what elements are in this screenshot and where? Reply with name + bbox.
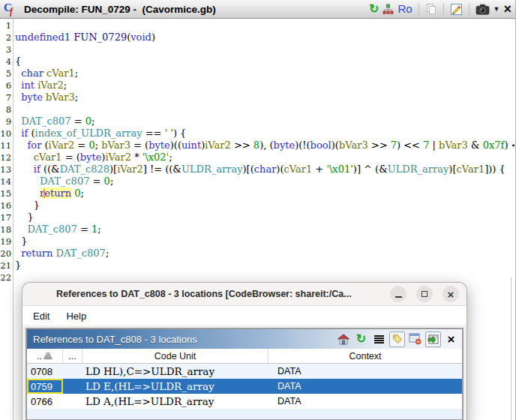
line-number: 21: [0, 260, 11, 272]
code-line: {: [15, 56, 514, 68]
code-line: undefined1 FUN_0729(void): [15, 32, 514, 44]
code-line: [15, 20, 514, 32]
cell-context[interactable]: DATA: [268, 396, 462, 406]
table-row[interactable]: 0766LD A,(HL=>ULDR_arrayDATA: [27, 394, 462, 409]
line-number: 8: [0, 104, 11, 116]
line-number: 5: [0, 68, 11, 80]
code-line: if ((&DAT_c828)[iVar2] != ((&ULDR_array)…: [15, 164, 514, 176]
line-number: 17: [0, 212, 11, 224]
panel-header[interactable]: References to DAT_c808 - 3 locations ↻: [27, 329, 462, 349]
code-line: [15, 272, 514, 284]
code-line: [15, 44, 514, 56]
code-line: }: [15, 200, 514, 212]
code-line: [15, 104, 514, 116]
text-caret: [44, 189, 45, 198]
maximize-button[interactable]: [416, 286, 433, 302]
code-line: return DAT_c807;: [15, 248, 514, 260]
refresh-icon[interactable]: ↻: [353, 332, 369, 347]
table-row[interactable]: 0708LD HL),C=>ULDR_arrayDATA: [27, 364, 462, 379]
cell-preview[interactable]: [63, 364, 82, 379]
line-number: 3: [0, 44, 11, 56]
dialog-titlebar[interactable]: References to DAT_c808 - 3 locations [Co…: [22, 283, 466, 306]
window-edge: [511, 278, 512, 420]
minimize-icon: [395, 296, 402, 298]
close-icon: ×: [448, 289, 454, 300]
panel-title: References to DAT_c808 - 3 locations: [33, 334, 197, 345]
cf-icon-f: f: [10, 6, 13, 17]
close-icon[interactable]: ×: [503, 3, 512, 15]
column-header-label: ..: [37, 351, 42, 362]
edit-icon[interactable]: [450, 3, 463, 16]
cell-location[interactable]: 0708: [27, 364, 63, 379]
home-icon[interactable]: [335, 332, 351, 347]
snapshot-icon[interactable]: [425, 332, 441, 347]
cell-code-unit[interactable]: LD HL),C=>ULDR_array: [82, 365, 268, 377]
dialog-title: References to DAT_c808 - 3 locations [Co…: [56, 289, 352, 299]
decompiler-titlebar[interactable]: C f Decompile: FUN_0729 - (Cavormice.gb)…: [0, 0, 515, 19]
list-view-icon[interactable]: [371, 332, 387, 347]
close-button[interactable]: ×: [442, 286, 459, 302]
column-header-label: ...: [68, 351, 76, 362]
line-number: 20: [0, 248, 11, 260]
line-number: 19: [0, 236, 11, 248]
references-dialog: References to DAT_c808 - 3 locations [Co…: [22, 283, 466, 420]
line-number: 12: [0, 152, 11, 164]
dialog-menubar: Edit Help: [22, 306, 466, 326]
line-number-gutter: 12345678910111213141516171819202122: [0, 19, 14, 420]
sort-indicator-icon: [44, 352, 52, 360]
line-number: 1: [0, 20, 11, 32]
code-line: return 0;: [15, 188, 514, 200]
line-number: 7: [0, 92, 11, 104]
line-number: 6: [0, 80, 11, 92]
code-line: }: [15, 236, 514, 248]
menu-help[interactable]: Help: [66, 310, 86, 322]
cell-code-unit[interactable]: LD E,(HL=>ULDR_array: [82, 380, 268, 392]
dropdown-arrow-icon[interactable]: ▼: [494, 5, 500, 13]
line-number: 9: [0, 116, 11, 128]
cell-location[interactable]: 0759: [27, 379, 63, 394]
references-panel: References to DAT_c808 - 3 locations ↻: [26, 328, 464, 420]
cell-context[interactable]: DATA: [268, 366, 462, 376]
cell-code-unit[interactable]: LD A,(HL=>ULDR_array: [82, 395, 268, 407]
dialog-window-buttons: ×: [390, 286, 459, 302]
minimize-button[interactable]: [390, 286, 406, 302]
code-line: }: [15, 212, 514, 224]
table-body: 0708LD HL),C=>ULDR_arrayDATA0759LD E,(HL…: [27, 364, 462, 409]
toolbar-separator: [418, 3, 419, 15]
line-number: 18: [0, 224, 11, 236]
code-line: DAT_c807 = 0;: [15, 116, 514, 128]
copy-icon[interactable]: [425, 3, 437, 15]
maximize-icon: [422, 291, 428, 297]
line-number: 15: [0, 188, 11, 200]
cell-location[interactable]: 0766: [27, 394, 63, 409]
tag-icon[interactable]: [389, 332, 405, 347]
menu-edit[interactable]: Edit: [33, 310, 50, 322]
code-line: byte bVar3;: [15, 92, 514, 104]
toolbar-separator: [443, 3, 444, 15]
edit-references-icon[interactable]: [407, 332, 423, 347]
column-header-preview[interactable]: ...: [63, 349, 82, 363]
line-number: 13: [0, 164, 11, 176]
code-line: }: [15, 260, 514, 272]
references-table: .. ... Code Unit Context 0708LD H: [27, 349, 462, 419]
table-row[interactable]: 0759LD E,(HL=>ULDR_arrayDATA: [27, 379, 462, 394]
close-icon[interactable]: ×: [443, 332, 459, 347]
cell-context[interactable]: DATA: [268, 381, 462, 392]
column-header-location[interactable]: ..: [27, 349, 63, 363]
column-header-label: Code Unit: [154, 351, 196, 362]
table-header-row: .. ... Code Unit Context: [27, 349, 462, 364]
line-number: 22: [0, 272, 11, 284]
cell-preview[interactable]: [63, 394, 82, 409]
snapshot-camera-icon[interactable]: [476, 4, 490, 15]
graph-icon[interactable]: [382, 4, 394, 15]
column-header-code-unit[interactable]: Code Unit: [82, 349, 268, 363]
code-line: if (index_of_ULDR_array == ' ') {: [15, 128, 514, 140]
line-number: 10: [0, 128, 11, 140]
refresh-icon[interactable]: ↻: [369, 3, 379, 15]
column-header-context[interactable]: Context: [268, 349, 462, 363]
ro-button[interactable]: Ro: [398, 3, 412, 15]
line-number: 11: [0, 140, 11, 152]
code-line: DAT_c807 = 0;: [15, 176, 514, 188]
cell-preview[interactable]: [63, 379, 82, 394]
line-number: 16: [0, 200, 11, 212]
